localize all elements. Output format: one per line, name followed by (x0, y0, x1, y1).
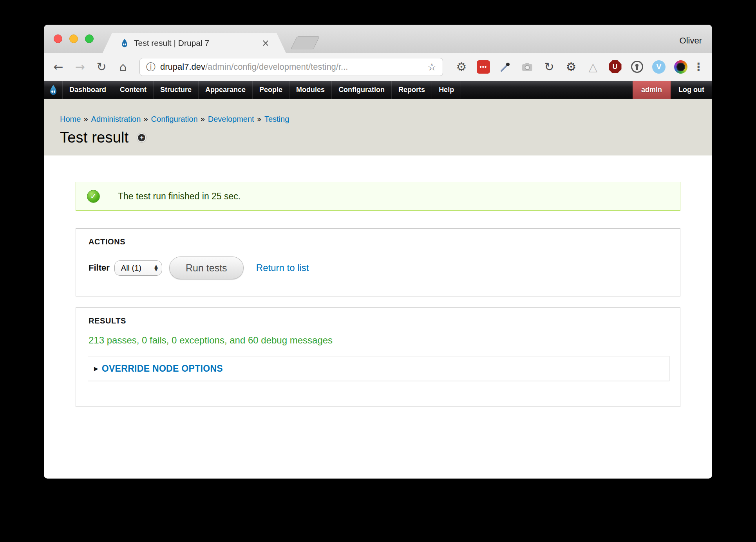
breadcrumb-development[interactable]: Development (208, 115, 254, 123)
url-path: /admin/config/development/testing/r... (205, 62, 348, 72)
url-text: drupal7.dev/admin/config/development/tes… (160, 62, 348, 72)
admin-user-link[interactable]: admin (633, 81, 671, 99)
select-down-icon: ▼ (154, 268, 157, 271)
filter-label: Filter (89, 263, 110, 273)
filter-select-value: All (1) (121, 264, 141, 273)
desktop-background: Test result | Drupal 7 × Oliver ← → ↻ ⌂ … (0, 0, 756, 542)
vanilla-v-icon[interactable]: V (652, 60, 666, 74)
browser-toolbar: ← → ↻ ⌂ ⓘ drupal7.dev/admin/config/devel… (44, 53, 712, 81)
breadcrumb-separator: » (201, 114, 205, 124)
camera-icon[interactable] (516, 61, 538, 73)
close-window-button[interactable] (54, 34, 62, 43)
admin-toolbar-spacer (461, 81, 633, 99)
forward-icon[interactable]: → (73, 60, 87, 74)
add-shortcut-icon[interactable]: + (137, 133, 146, 142)
tab-title: Test result | Drupal 7 (134, 38, 209, 48)
browser-tab[interactable]: Test result | Drupal 7 × (103, 33, 286, 53)
filter-select[interactable]: All (1) ▲ ▼ (114, 260, 162, 276)
drupal-home-icon[interactable] (44, 81, 63, 99)
page-content: ✓ The test run finished in 25 sec. ACTIO… (44, 155, 712, 479)
admin-menu-modules[interactable]: Modules (289, 81, 332, 99)
page-header: Home»Administration»Configuration»Develo… (44, 99, 712, 155)
home-icon[interactable]: ⌂ (116, 60, 130, 74)
admin-menu-dashboard[interactable]: Dashboard (63, 81, 113, 99)
camera-lens-icon[interactable] (674, 60, 687, 74)
eyedropper-icon[interactable] (494, 61, 516, 73)
collapsed-arrow-icon: ▶ (94, 365, 98, 372)
password-manager-icon[interactable]: ••• (477, 60, 490, 74)
ublock-icon[interactable]: U (609, 60, 622, 73)
select-arrows-icon: ▲ ▼ (154, 264, 157, 272)
userscript-gear-icon[interactable]: ⚙ (566, 60, 577, 74)
minimize-window-button[interactable] (69, 34, 78, 43)
admin-menu-help[interactable]: Help (432, 81, 461, 99)
results-summary: 213 passes, 0 fails, 0 exceptions, and 6… (89, 335, 680, 346)
status-message-text: The test run finished in 25 sec. (118, 191, 241, 202)
back-icon[interactable]: ← (52, 60, 65, 74)
keyhole-icon[interactable] (631, 61, 643, 73)
new-tab-button[interactable] (291, 36, 320, 49)
actions-heading: ACTIONS (89, 237, 680, 246)
browser-profile-name[interactable]: Oliver (680, 36, 702, 46)
actions-row: Filter All (1) ▲ ▼ Run tests Return to l… (89, 257, 680, 279)
window-controls (54, 34, 94, 43)
admin-menu-configuration[interactable]: Configuration (332, 81, 392, 99)
breadcrumb-administration[interactable]: Administration (91, 115, 141, 123)
override-node-options-link[interactable]: OVERRIDE NODE OPTIONS (102, 363, 223, 374)
drive-icon[interactable]: △ (589, 60, 597, 74)
reload-icon[interactable]: ↻ (95, 60, 108, 74)
admin-menu-people[interactable]: People (253, 81, 289, 99)
browser-menu-icon[interactable]: ⋮ (692, 60, 705, 73)
bookmark-star-icon[interactable]: ☆ (427, 61, 436, 73)
drupal-admin-toolbar: Dashboard Content Structure Appearance P… (44, 81, 712, 99)
extension-icons: ⚙ ••• ↻ ⚙ △ U (450, 60, 705, 74)
breadcrumb-home[interactable]: Home (60, 115, 81, 123)
tab-close-icon[interactable]: × (262, 38, 269, 48)
page-title: Test result (60, 129, 128, 146)
admin-menu-reports[interactable]: Reports (392, 81, 432, 99)
logout-link[interactable]: Log out (671, 81, 712, 99)
browser-window: Test result | Drupal 7 × Oliver ← → ↻ ⌂ … (44, 25, 712, 479)
zoom-window-button[interactable] (85, 34, 94, 43)
admin-menu-structure[interactable]: Structure (154, 81, 199, 99)
results-panel: RESULTS 213 passes, 0 fails, 0 exception… (76, 307, 680, 407)
admin-menu-content[interactable]: Content (113, 81, 154, 99)
breadcrumb-separator: » (83, 114, 88, 124)
breadcrumb-configuration[interactable]: Configuration (151, 115, 198, 123)
site-info-icon[interactable]: ⓘ (146, 61, 156, 73)
breadcrumb: Home»Administration»Configuration»Develo… (60, 114, 712, 124)
admin-menu-appearance[interactable]: Appearance (199, 81, 253, 99)
run-tests-button[interactable]: Run tests (169, 257, 244, 279)
status-check-icon: ✓ (87, 190, 100, 203)
breadcrumb-separator: » (257, 114, 262, 124)
url-domain: drupal7.dev (160, 62, 205, 72)
status-message: ✓ The test run finished in 25 sec. (76, 182, 680, 211)
return-to-list-link[interactable]: Return to list (256, 262, 309, 273)
url-bar[interactable]: ⓘ drupal7.dev/admin/config/development/t… (139, 58, 443, 76)
sync-search-icon[interactable]: ↻ (544, 60, 554, 74)
actions-panel: ACTIONS Filter All (1) ▲ ▼ Run tests Ret… (76, 228, 680, 296)
tab-strip: Test result | Drupal 7 × Oliver (44, 25, 712, 53)
breadcrumb-testing[interactable]: Testing (264, 115, 289, 123)
settings-gear-icon[interactable]: ⚙ (456, 60, 467, 74)
drupal-favicon-icon (121, 39, 128, 47)
results-heading: RESULTS (89, 316, 680, 325)
override-node-options-fieldset[interactable]: ▶ OVERRIDE NODE OPTIONS (88, 356, 669, 381)
breadcrumb-separator: » (143, 114, 148, 124)
